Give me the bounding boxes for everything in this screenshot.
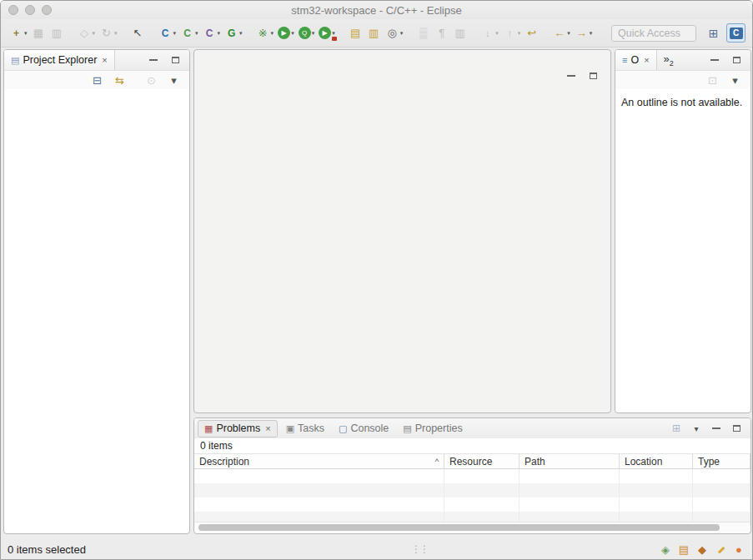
debug-icon: ※ (256, 26, 270, 40)
minimize-view-icon[interactable] (709, 54, 720, 66)
generate-button[interactable]: G▾ (223, 23, 244, 43)
outline-toolbar-button: ⊡ (704, 72, 721, 88)
tab-tasks[interactable]: ▣Tasks (280, 421, 330, 437)
table-cell (620, 483, 693, 498)
column-header-resource[interactable]: Resource (444, 454, 520, 468)
tab-project-explorer[interactable]: ▤ Project Explorer × (4, 50, 115, 70)
problems-table-body (194, 469, 750, 526)
horizontal-scrollbar[interactable] (195, 522, 750, 532)
tab-problems[interactable]: ▦Problems× (198, 420, 278, 438)
briefcase-icon[interactable]: ◆ (695, 542, 709, 556)
maximize-view-icon[interactable] (169, 54, 181, 66)
link-with-editor-button[interactable]: ⇆ (111, 72, 128, 88)
column-label: Resource (449, 456, 492, 468)
table-row (194, 498, 750, 512)
collapse-all-button[interactable]: ⊟ (88, 72, 106, 88)
close-button[interactable] (8, 5, 18, 15)
dropdown-arrow-icon: ▾ (173, 30, 177, 37)
open-resource-icon: ▥ (367, 26, 381, 40)
problems-view: ▦Problems×▣Tasks▢Console▤Properties ⊞ ▾ … (193, 418, 751, 534)
last-edit-location-icon: ↩ (525, 26, 539, 40)
last-edit-location-button[interactable]: ↩ (523, 23, 540, 43)
column-header-location[interactable]: Location (620, 454, 693, 468)
tab-console[interactable]: ▢Console (333, 421, 394, 437)
open-folder-button[interactable]: ▤ (347, 23, 364, 43)
toolbar-buttons: +▾▦▥◇▾↻▾↖C▾C▾C▾G▾※▾▶▾Q▾▶▾▤▥◎▾▒¶▥↓▾↑▾↩←▾→… (8, 23, 594, 43)
selection-status: 0 items selected (8, 543, 86, 556)
statusbar-splitter-handle[interactable]: ⋮⋮ (411, 543, 428, 555)
minimize-editor-icon[interactable] (565, 70, 577, 82)
minimize-button[interactable] (25, 5, 35, 15)
new-c-source-button[interactable]: C▾ (157, 23, 178, 43)
block-selection-icon: ▥ (453, 26, 467, 40)
table-row (194, 469, 750, 483)
column-header-path[interactable]: Path (520, 454, 620, 468)
close-icon[interactable]: × (102, 55, 107, 65)
notification-icon[interactable]: ● (732, 542, 745, 556)
tab-overflow-indicator[interactable]: »2 (664, 52, 674, 68)
new-cpp-class-icon: C (180, 26, 194, 40)
focus-icon: ⊙ (144, 73, 158, 88)
new-c-project-button[interactable]: C▾ (201, 23, 223, 43)
tab-console-icon: ▢ (339, 423, 347, 434)
build-config-button: ↻▾ (98, 23, 119, 43)
cpp-perspective-button[interactable]: C (726, 23, 745, 42)
back-button[interactable]: ←▾ (550, 23, 572, 43)
maximize-view-icon[interactable] (730, 54, 742, 66)
table-cell (194, 498, 444, 512)
new-wizard-button[interactable]: +▾ (8, 23, 29, 43)
open-resource-button[interactable]: ▥ (365, 23, 383, 43)
profile-button[interactable]: Q▾ (297, 23, 317, 43)
profile-icon: Q (299, 27, 311, 39)
view-menu-icon[interactable]: ▾ (690, 422, 702, 434)
search-button[interactable]: ◎▾ (384, 23, 405, 43)
tab-properties[interactable]: ▤Properties (397, 421, 468, 437)
status-icons: ◈▤◆▬● (659, 542, 752, 556)
forward-icon: → (575, 26, 589, 40)
view-menu-button[interactable]: ▾ (165, 72, 183, 88)
scrollbar-thumb[interactable] (198, 524, 720, 531)
dropdown-arrow-icon: ▾ (518, 30, 521, 37)
minimize-view-icon[interactable] (148, 54, 159, 66)
column-header-description[interactable]: Description^ (194, 454, 444, 468)
forward-button[interactable]: →▾ (573, 23, 595, 43)
debug-button[interactable]: ※▾ (254, 23, 276, 43)
pencil-icon[interactable]: ▬ (711, 540, 730, 559)
previous-annotation-button: ↑▾ (501, 23, 523, 43)
selection-tool-button[interactable]: ↖ (129, 23, 147, 43)
tab-label: Properties (415, 422, 463, 434)
main-toolbar: +▾▦▥◇▾↻▾↖C▾C▾C▾G▾※▾▶▾Q▾▶▾▤▥◎▾▒¶▥↓▾↑▾↩←▾→… (1, 19, 752, 48)
previous-annotation-icon: ↑ (503, 26, 517, 40)
project-explorer-header: ▤ Project Explorer × (4, 50, 189, 71)
status-bar: 0 items selected ⋮⋮ ◈▤◆▬● (1, 538, 752, 560)
save-all-icon: ▥ (50, 26, 64, 40)
run-icon: ▶ (278, 27, 290, 39)
show-whitespace-icon: ¶ (434, 26, 449, 40)
quick-access-input[interactable] (611, 25, 696, 42)
maximize-view-icon[interactable] (730, 422, 742, 434)
tab-outline[interactable]: ≡ O × (615, 50, 657, 70)
plug-icon[interactable]: ◈ (659, 542, 672, 556)
show-whitespace-button: ¶ (433, 23, 450, 43)
open-perspective-button[interactable]: ⊞ (704, 23, 723, 42)
link-with-editor-icon: ⇆ (113, 73, 127, 88)
column-header-type[interactable]: Type (693, 454, 750, 468)
table-cell (620, 498, 693, 512)
close-icon[interactable]: × (265, 423, 270, 433)
zoom-button[interactable] (42, 5, 52, 15)
table-row (194, 483, 750, 498)
close-icon[interactable]: × (644, 55, 649, 65)
maximize-editor-icon[interactable] (587, 70, 599, 82)
outline-view-menu-button[interactable]: ▾ (726, 72, 744, 88)
generate-icon: G (224, 26, 238, 40)
minimize-view-icon[interactable] (710, 422, 722, 434)
run-button[interactable]: ▶▾ (276, 23, 296, 43)
external-tools-button[interactable]: ▶▾ (317, 23, 337, 43)
new-c-source-icon: C (158, 26, 173, 40)
table-cell (444, 498, 520, 512)
new-cpp-class-button[interactable]: C▾ (178, 23, 200, 43)
project-explorer-toolbar: ⊟⇆⊙▾ (4, 71, 189, 89)
save-icon: ▦ (32, 26, 46, 40)
new-wizard-icon: + (9, 26, 23, 40)
book-icon[interactable]: ▤ (677, 542, 690, 556)
